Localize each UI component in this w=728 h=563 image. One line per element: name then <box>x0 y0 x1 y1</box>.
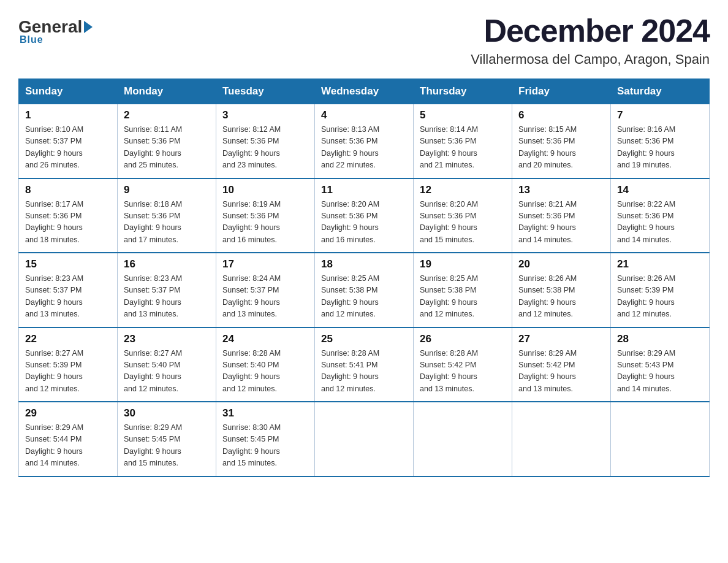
calendar-cell: 10Sunrise: 8:19 AMSunset: 5:36 PMDayligh… <box>216 178 315 253</box>
calendar-cell: 16Sunrise: 8:23 AMSunset: 5:37 PMDayligh… <box>118 253 216 327</box>
weekday-header-monday: Monday <box>118 79 216 104</box>
calendar-week-row: 8Sunrise: 8:17 AMSunset: 5:36 PMDaylight… <box>19 178 710 253</box>
calendar-cell: 22Sunrise: 8:27 AMSunset: 5:39 PMDayligh… <box>19 327 118 402</box>
day-number: 21 <box>617 258 703 270</box>
calendar-week-row: 1Sunrise: 8:10 AMSunset: 5:37 PMDaylight… <box>19 104 710 178</box>
logo-blue-text: Blue <box>18 34 94 45</box>
calendar-cell: 26Sunrise: 8:28 AMSunset: 5:42 PMDayligh… <box>414 327 512 402</box>
location-subtitle: Villahermosa del Campo, Aragon, Spain <box>471 52 710 67</box>
calendar-cell: 8Sunrise: 8:17 AMSunset: 5:36 PMDaylight… <box>19 178 118 253</box>
day-info: Sunrise: 8:15 AMSunset: 5:36 PMDaylight:… <box>518 124 604 172</box>
day-number: 20 <box>518 258 604 270</box>
calendar-cell: 25Sunrise: 8:28 AMSunset: 5:41 PMDayligh… <box>315 327 414 402</box>
day-info: Sunrise: 8:29 AMSunset: 5:44 PMDaylight:… <box>25 422 111 470</box>
calendar-cell: 4Sunrise: 8:13 AMSunset: 5:36 PMDaylight… <box>315 104 414 178</box>
day-number: 5 <box>420 109 506 121</box>
day-info: Sunrise: 8:22 AMSunset: 5:36 PMDaylight:… <box>617 199 703 247</box>
day-number: 18 <box>321 258 407 270</box>
day-number: 15 <box>25 258 111 270</box>
calendar-cell: 14Sunrise: 8:22 AMSunset: 5:36 PMDayligh… <box>611 178 710 253</box>
calendar-cell: 12Sunrise: 8:20 AMSunset: 5:36 PMDayligh… <box>414 178 512 253</box>
calendar-cell <box>611 402 710 477</box>
day-number: 14 <box>617 184 703 196</box>
title-area: December 2024 Villahermosa del Campo, Ar… <box>471 12 710 67</box>
day-number: 3 <box>222 109 308 121</box>
calendar-cell: 20Sunrise: 8:26 AMSunset: 5:38 PMDayligh… <box>512 253 611 327</box>
day-info: Sunrise: 8:29 AMSunset: 5:43 PMDaylight:… <box>617 348 703 396</box>
day-info: Sunrise: 8:17 AMSunset: 5:36 PMDaylight:… <box>25 199 111 247</box>
day-number: 23 <box>124 333 210 345</box>
day-info: Sunrise: 8:20 AMSunset: 5:36 PMDaylight:… <box>321 199 407 247</box>
day-number: 1 <box>25 109 111 121</box>
day-info: Sunrise: 8:26 AMSunset: 5:38 PMDaylight:… <box>518 273 604 321</box>
day-info: Sunrise: 8:16 AMSunset: 5:36 PMDaylight:… <box>617 124 703 172</box>
calendar-cell: 29Sunrise: 8:29 AMSunset: 5:44 PMDayligh… <box>19 402 118 477</box>
day-info: Sunrise: 8:14 AMSunset: 5:36 PMDaylight:… <box>420 124 506 172</box>
day-number: 13 <box>518 184 604 196</box>
day-number: 25 <box>321 333 407 345</box>
calendar-cell: 3Sunrise: 8:12 AMSunset: 5:36 PMDaylight… <box>216 104 315 178</box>
calendar-cell: 13Sunrise: 8:21 AMSunset: 5:36 PMDayligh… <box>512 178 611 253</box>
weekday-header-tuesday: Tuesday <box>216 79 315 104</box>
day-info: Sunrise: 8:28 AMSunset: 5:41 PMDaylight:… <box>321 348 407 396</box>
month-title: December 2024 <box>471 12 710 49</box>
day-number: 26 <box>420 333 506 345</box>
calendar-cell: 7Sunrise: 8:16 AMSunset: 5:36 PMDaylight… <box>611 104 710 178</box>
calendar-cell: 27Sunrise: 8:29 AMSunset: 5:42 PMDayligh… <box>512 327 611 402</box>
calendar-cell: 18Sunrise: 8:25 AMSunset: 5:38 PMDayligh… <box>315 253 414 327</box>
calendar-cell: 1Sunrise: 8:10 AMSunset: 5:37 PMDaylight… <box>19 104 118 178</box>
day-info: Sunrise: 8:25 AMSunset: 5:38 PMDaylight:… <box>321 273 407 321</box>
day-info: Sunrise: 8:27 AMSunset: 5:40 PMDaylight:… <box>124 348 210 396</box>
calendar-cell: 15Sunrise: 8:23 AMSunset: 5:37 PMDayligh… <box>19 253 118 327</box>
calendar-week-row: 29Sunrise: 8:29 AMSunset: 5:44 PMDayligh… <box>19 402 710 477</box>
weekday-header-sunday: Sunday <box>19 79 118 104</box>
day-info: Sunrise: 8:25 AMSunset: 5:38 PMDaylight:… <box>420 273 506 321</box>
day-number: 9 <box>124 184 210 196</box>
day-info: Sunrise: 8:13 AMSunset: 5:36 PMDaylight:… <box>321 124 407 172</box>
weekday-header-thursday: Thursday <box>414 79 512 104</box>
day-number: 8 <box>25 184 111 196</box>
day-number: 28 <box>617 333 703 345</box>
day-number: 10 <box>222 184 308 196</box>
day-number: 16 <box>124 258 210 270</box>
logo: General Blue <box>18 12 94 45</box>
day-number: 2 <box>124 109 210 121</box>
calendar-cell <box>414 402 512 477</box>
calendar-cell: 6Sunrise: 8:15 AMSunset: 5:36 PMDaylight… <box>512 104 611 178</box>
calendar-cell <box>315 402 414 477</box>
day-number: 11 <box>321 184 407 196</box>
day-info: Sunrise: 8:21 AMSunset: 5:36 PMDaylight:… <box>518 199 604 247</box>
weekday-header-wednesday: Wednesday <box>315 79 414 104</box>
calendar-cell: 28Sunrise: 8:29 AMSunset: 5:43 PMDayligh… <box>611 327 710 402</box>
calendar-cell: 31Sunrise: 8:30 AMSunset: 5:45 PMDayligh… <box>216 402 315 477</box>
day-number: 12 <box>420 184 506 196</box>
day-number: 17 <box>222 258 308 270</box>
calendar-week-row: 15Sunrise: 8:23 AMSunset: 5:37 PMDayligh… <box>19 253 710 327</box>
day-number: 29 <box>25 407 111 419</box>
day-info: Sunrise: 8:28 AMSunset: 5:40 PMDaylight:… <box>222 348 308 396</box>
calendar-week-row: 22Sunrise: 8:27 AMSunset: 5:39 PMDayligh… <box>19 327 710 402</box>
calendar-cell: 24Sunrise: 8:28 AMSunset: 5:40 PMDayligh… <box>216 327 315 402</box>
weekday-header-friday: Friday <box>512 79 611 104</box>
weekday-header-saturday: Saturday <box>611 79 710 104</box>
day-info: Sunrise: 8:18 AMSunset: 5:36 PMDaylight:… <box>124 199 210 247</box>
day-info: Sunrise: 8:11 AMSunset: 5:36 PMDaylight:… <box>124 124 210 172</box>
day-info: Sunrise: 8:29 AMSunset: 5:42 PMDaylight:… <box>518 348 604 396</box>
day-number: 27 <box>518 333 604 345</box>
calendar-cell: 2Sunrise: 8:11 AMSunset: 5:36 PMDaylight… <box>118 104 216 178</box>
calendar-cell: 9Sunrise: 8:18 AMSunset: 5:36 PMDaylight… <box>118 178 216 253</box>
day-number: 19 <box>420 258 506 270</box>
calendar-cell <box>512 402 611 477</box>
day-info: Sunrise: 8:28 AMSunset: 5:42 PMDaylight:… <box>420 348 506 396</box>
day-info: Sunrise: 8:23 AMSunset: 5:37 PMDaylight:… <box>25 273 111 321</box>
day-info: Sunrise: 8:30 AMSunset: 5:45 PMDaylight:… <box>222 422 308 470</box>
calendar-table: SundayMondayTuesdayWednesdayThursdayFrid… <box>18 79 710 477</box>
day-info: Sunrise: 8:12 AMSunset: 5:36 PMDaylight:… <box>222 124 308 172</box>
day-number: 31 <box>222 407 308 419</box>
calendar-cell: 11Sunrise: 8:20 AMSunset: 5:36 PMDayligh… <box>315 178 414 253</box>
day-info: Sunrise: 8:23 AMSunset: 5:37 PMDaylight:… <box>124 273 210 321</box>
day-info: Sunrise: 8:10 AMSunset: 5:37 PMDaylight:… <box>25 124 111 172</box>
day-info: Sunrise: 8:26 AMSunset: 5:39 PMDaylight:… <box>617 273 703 321</box>
calendar-cell: 5Sunrise: 8:14 AMSunset: 5:36 PMDaylight… <box>414 104 512 178</box>
header: General Blue December 2024 Villahermosa … <box>18 12 710 67</box>
